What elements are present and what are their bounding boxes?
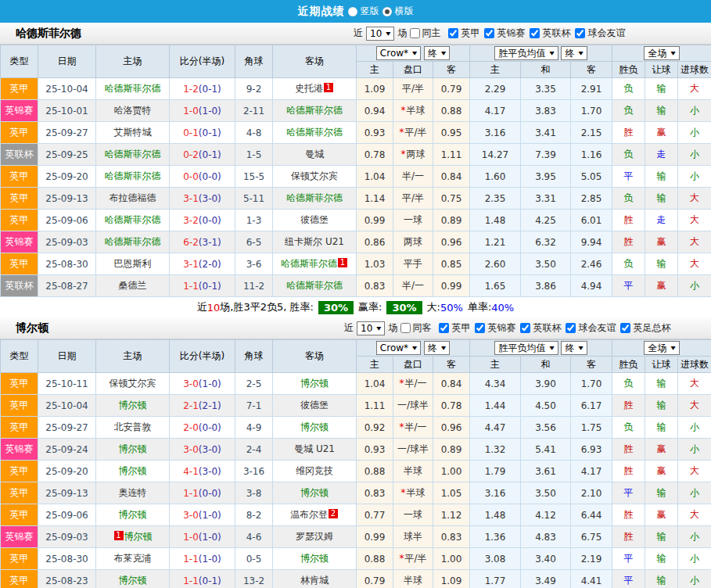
- halftime-score: (3-1): [199, 237, 221, 248]
- result-value: 赢: [657, 509, 666, 520]
- layout-radio-vertical[interactable]: 竖版: [348, 5, 379, 18]
- match-count-select[interactable]: 10▼: [357, 321, 385, 335]
- halftime-score: (0-1): [199, 84, 221, 95]
- avg-select[interactable]: 胜平负均值▼: [494, 46, 558, 60]
- league-filter[interactable]: 英联杯: [517, 321, 561, 335]
- match-date: 25-09-27: [45, 127, 88, 138]
- league-label: 球会友谊: [587, 27, 625, 40]
- result-value: 大: [690, 509, 699, 520]
- avg-home-cell: 1.60: [470, 166, 521, 188]
- away-team-cell: 哈德斯菲尔德: [273, 100, 357, 122]
- league-checkbox[interactable]: [520, 323, 530, 333]
- corner-cell: 15-5: [235, 166, 273, 188]
- same-away-filter[interactable]: 同客: [400, 321, 431, 335]
- handicap-result-cell: 输: [645, 526, 678, 548]
- odds-home-cell: 1.04: [357, 373, 393, 395]
- avg-final-select[interactable]: 终▼: [561, 341, 587, 355]
- handicap-cell: *平/半: [393, 548, 433, 570]
- match-count-select[interactable]: 10▼: [366, 27, 394, 41]
- avg-select[interactable]: 胜平负均值▼: [494, 341, 558, 355]
- odds-final-select[interactable]: 终▼: [424, 46, 450, 60]
- avg-away-cell: 4.17: [571, 461, 612, 482]
- team-name-text: 哈德斯菲尔德: [286, 105, 343, 116]
- col-odds-away: 客: [433, 62, 470, 78]
- avg-away-cell: 2.10: [571, 482, 612, 504]
- radio-icon[interactable]: [348, 7, 357, 16]
- layout-radio-horizontal[interactable]: 横版: [382, 5, 414, 18]
- away-team-cell: 哈德斯菲尔德: [273, 122, 357, 144]
- home-team-cell: 哈德斯菲尔德: [96, 231, 170, 253]
- league-checkbox[interactable]: [566, 323, 576, 333]
- col-result: 胜负: [612, 357, 645, 373]
- radio-checked-icon[interactable]: [382, 7, 392, 16]
- odds-value: 0.79: [364, 575, 386, 586]
- full-match-select[interactable]: 全场▼: [644, 341, 679, 355]
- league-checkbox[interactable]: [484, 28, 494, 38]
- corner-cell: 3-8: [235, 482, 273, 504]
- col-odds-away: 客: [433, 357, 470, 373]
- col-avg-home: 主: [470, 357, 521, 373]
- avg-value: 3.90: [535, 378, 556, 389]
- handicap-value: 一/球半: [397, 443, 429, 454]
- league-checkbox[interactable]: [448, 28, 458, 38]
- league-filter[interactable]: 英锦赛: [472, 321, 515, 335]
- same-home-filter[interactable]: 同主: [410, 27, 440, 40]
- odds-company-select[interactable]: Crow*▼: [376, 46, 421, 60]
- odds-company-select[interactable]: Crow*▼: [376, 341, 421, 355]
- odds-final-select[interactable]: 终▼: [424, 341, 450, 355]
- goals-result-cell: 大: [678, 188, 711, 210]
- handicap-result-cell: 输: [645, 253, 678, 275]
- full-match-select[interactable]: 全场▼: [644, 46, 679, 60]
- league-checkbox[interactable]: [475, 323, 485, 333]
- corner-score: 6-5: [246, 237, 262, 248]
- league-filter[interactable]: 球会友谊: [562, 321, 616, 335]
- team-name-text: 保顿艾尔宾: [291, 170, 338, 181]
- result-cell: 胜: [612, 122, 645, 144]
- odds-away-cell: 0.78: [433, 395, 470, 417]
- halftime-score: (0-0): [199, 488, 221, 499]
- result-value: 大: [690, 83, 699, 94]
- league-filter[interactable]: 英锦赛: [481, 26, 525, 41]
- score-cell: 3-0(1-0): [170, 373, 235, 395]
- fulltime-score: 0-1: [183, 127, 199, 138]
- result-value: 胜: [624, 127, 634, 138]
- handicap-value: 平/半: [404, 127, 426, 138]
- same-home-checkbox[interactable]: [410, 28, 420, 38]
- early-change-star: *: [399, 378, 404, 389]
- odds-value: 0.75: [441, 193, 462, 204]
- odds-home-cell: 0.99: [357, 526, 393, 548]
- result-value: 平: [624, 575, 634, 586]
- league-checkbox[interactable]: [439, 323, 449, 333]
- col-away: 客场: [273, 45, 357, 78]
- avg-draw-cell: 4.83: [521, 526, 571, 548]
- result-value: 小: [690, 105, 699, 116]
- league-filter[interactable]: 英甲: [436, 321, 470, 335]
- league-checkbox[interactable]: [530, 28, 540, 38]
- date-cell: 25-10-01: [38, 100, 96, 122]
- league-checkbox[interactable]: [620, 323, 630, 333]
- league-filter[interactable]: 英甲: [445, 26, 479, 41]
- avg-select-value: 胜平负均值: [498, 48, 545, 59]
- odds-value: 1.11: [441, 149, 462, 160]
- league-label: 球会友谊: [578, 321, 616, 335]
- league-filter[interactable]: 英联杯: [526, 26, 570, 41]
- avg-away-cell: 2.91: [571, 78, 612, 100]
- same-away-checkbox[interactable]: [400, 323, 411, 333]
- handicap-result-cell: 输: [645, 100, 678, 122]
- away-team-cell: 罗瑟汉姆: [273, 526, 357, 548]
- match-row: 英甲25-10-11保顿艾尔宾3-0(1-0)2-5博尔顿1.04*半/一0.8…: [1, 373, 711, 395]
- league-label: 英锦赛: [497, 27, 525, 40]
- league-filter[interactable]: 球会友谊: [572, 26, 625, 41]
- result-value: 走: [657, 214, 666, 225]
- corner-cell: 5-11: [235, 188, 273, 210]
- avg-group-header: 胜平负均值▼ 终▼: [470, 340, 612, 357]
- handicap-cell: 半/一: [393, 166, 433, 188]
- away-team-cell: 博尔顿: [273, 373, 357, 395]
- col-avg-away: 客: [571, 357, 612, 373]
- odds-away-cell: 1.00: [433, 548, 470, 570]
- league-checkbox[interactable]: [575, 28, 585, 38]
- halftime-score: (3-0): [199, 466, 221, 477]
- result-value: 小: [690, 575, 699, 586]
- avg-final-select[interactable]: 终▼: [561, 46, 587, 60]
- league-filter[interactable]: 英足总杯: [617, 321, 670, 335]
